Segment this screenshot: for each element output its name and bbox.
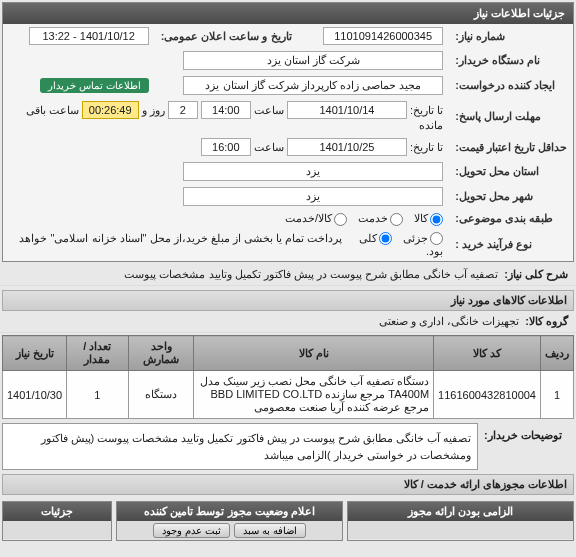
- bottom-col-1: الزامی بودن ارائه مجوز: [347, 501, 574, 541]
- deadline-time: 14:00: [201, 101, 251, 119]
- bottom-col-3-hdr: جزئیات: [3, 502, 111, 521]
- group-value: تجهیزات خانگی، اداری و صنعتی: [379, 315, 519, 327]
- opt-all[interactable]: کلی: [359, 232, 392, 244]
- opt-goods-radio[interactable]: [430, 213, 443, 226]
- delivery-state-label: استان محل تحویل:: [449, 159, 573, 184]
- validity-date: 1401/10/25: [287, 138, 407, 156]
- cell-qty: 1: [67, 371, 129, 419]
- requester-value: مجید حماصی زاده کارپرداز شرکت گاز استان …: [183, 76, 443, 95]
- licenses-header: اطلاعات مجوزهای ارائه خدمت / کالا: [2, 474, 574, 495]
- table-row[interactable]: 1 1161600432810004 دستگاه تصفیه آب خانگی…: [3, 371, 574, 419]
- days-value: 2: [168, 101, 198, 119]
- col-code: کد کالا: [434, 336, 541, 371]
- announce-value: 1401/10/12 - 13:22: [29, 27, 149, 45]
- need-no-label: شماره نیاز:: [449, 24, 573, 48]
- announce-label: تاریخ و ساعت اعلان عمومی:: [155, 24, 298, 48]
- deadline-label: مهلت ارسال پاسخ:: [449, 98, 573, 135]
- opt-all-radio[interactable]: [379, 232, 392, 245]
- items-grid: ردیف کد کالا نام کالا واحد شمارش تعداد /…: [2, 335, 574, 419]
- delivery-city-label: شهر محل تحویل:: [449, 184, 573, 209]
- opt-service-radio[interactable]: [390, 213, 403, 226]
- cell-name: دستگاه تصفیه آب خانگی محل نصب زیر سینک م…: [194, 371, 434, 419]
- requester-label: ایجاد کننده درخواست:: [449, 73, 573, 98]
- panel-title: جزئیات اطلاعات نیاز: [3, 3, 573, 24]
- summary-value: تصفیه آب خانگی مطابق شرح پیوست در پیش فا…: [124, 268, 498, 280]
- cell-row: 1: [541, 371, 574, 419]
- opt-partial[interactable]: جزئی: [403, 232, 443, 244]
- days-word: روز و: [142, 104, 165, 116]
- form-table: شماره نیاز: 1101091426000345 تاریخ و ساع…: [3, 24, 573, 261]
- bottom-col-1-hdr: الزامی بودن ارائه مجوز: [348, 502, 573, 521]
- bottom-col-2-hdr: اعلام وضعیت مجوز توسط تامین کننده: [117, 502, 342, 521]
- opt-goods-service[interactable]: کالا/خدمت: [285, 212, 347, 224]
- items-header: اطلاعات کالاهای مورد نیاز: [2, 290, 574, 311]
- opt-partial-radio[interactable]: [430, 232, 443, 245]
- classify-label: طبقه بندی موضوعی:: [449, 209, 573, 229]
- validity-time: 16:00: [201, 138, 251, 156]
- buyer-note-box: تصفیه آب خانگی مطابق شرح پیوست در پیش فا…: [2, 423, 478, 470]
- need-no-value: 1101091426000345: [323, 27, 443, 45]
- buyer-label: نام دستگاه خریدار:: [449, 48, 573, 73]
- buyer-note-label: توضیحات خریدار:: [484, 429, 562, 441]
- summary-label: شرح کلی نیاز:: [504, 268, 568, 280]
- need-details-panel: جزئیات اطلاعات نیاز شماره نیاز: 11010914…: [2, 2, 574, 262]
- deadline-date: 1401/10/14: [287, 101, 407, 119]
- process-group: جزئی کلی پرداخت تمام یا بخشی از مبلغ خری…: [3, 229, 449, 262]
- buyer-value: شرکت گاز استان یزد: [183, 51, 443, 70]
- col-row: ردیف: [541, 336, 574, 371]
- time-word-2: ساعت: [254, 141, 284, 153]
- col-need-date: تاریخ نیاز: [3, 336, 67, 371]
- time-word-1: ساعت: [254, 104, 284, 116]
- declare-none-button[interactable]: ثبت عدم وجود: [153, 523, 230, 538]
- contact-badge[interactable]: اطلاعات تماس خریدار: [40, 78, 149, 93]
- cell-code: 1161600432810004: [434, 371, 541, 419]
- group-label: گروه کالا:: [525, 315, 568, 327]
- add-to-basket-button[interactable]: اضافه به سبد: [234, 523, 306, 538]
- col-unit: واحد شمارش: [128, 336, 194, 371]
- opt-goods[interactable]: کالا: [414, 212, 443, 224]
- delivery-state: یزد: [183, 162, 443, 181]
- bottom-bar: الزامی بودن ارائه مجوز اعلام وضعیت مجوز …: [2, 501, 574, 541]
- delivery-city: یزد: [183, 187, 443, 206]
- col-name: نام کالا: [194, 336, 434, 371]
- group-row: گروه کالا: تجهیزات خانگی، اداری و صنعتی: [0, 311, 576, 333]
- opt-goods-service-radio[interactable]: [334, 213, 347, 226]
- classify-group: کالا خدمت کالا/خدمت: [3, 209, 449, 229]
- col-qty: تعداد / مقدار: [67, 336, 129, 371]
- summary-row: شرح کلی نیاز: تصفیه آب خانگی مطابق شرح پ…: [0, 264, 576, 286]
- process-label: نوع فرآیند خرید :: [449, 229, 573, 262]
- cell-need-date: 1401/10/30: [3, 371, 67, 419]
- buyer-note-row: توضیحات خریدار: تصفیه آب خانگی مطابق شرح…: [2, 423, 574, 470]
- validity-label: حداقل تاریخ اعتبار قیمت:: [449, 135, 573, 159]
- validity-to-label: تا تاریخ:: [410, 141, 443, 153]
- opt-service[interactable]: خدمت: [358, 212, 403, 224]
- bottom-col-2: اعلام وضعیت مجوز توسط تامین کننده اضافه …: [116, 501, 343, 541]
- countdown-timer: 00:26:49: [82, 101, 139, 119]
- cell-unit: دستگاه: [128, 371, 194, 419]
- bottom-col-3: جزئیات: [2, 501, 112, 541]
- deadline-to-label: تا تاریخ:: [410, 104, 443, 116]
